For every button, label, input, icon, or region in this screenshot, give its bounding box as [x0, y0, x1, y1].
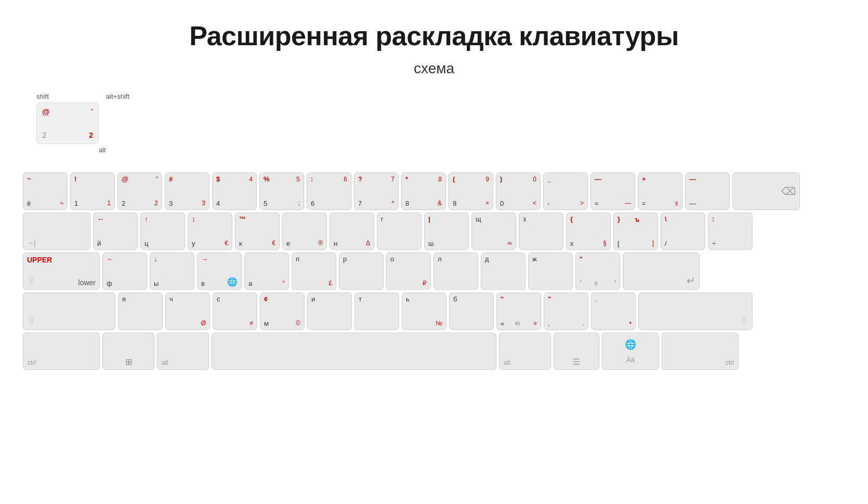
key-shift-right[interactable]: ⇧ — [638, 293, 753, 330]
key-kh[interactable]: { х § — [566, 213, 611, 250]
key-tab[interactable]: →| — [23, 213, 90, 250]
page-title: Расширенная раскладка клавиатуры — [0, 0, 868, 52]
key-win[interactable]: ⊞ — [102, 333, 154, 370]
key-z[interactable]: з — [519, 213, 563, 250]
key-k[interactable]: ™ к € — [235, 213, 280, 250]
key-dash[interactable]: — — — [685, 173, 730, 210]
key-j[interactable]: ↔ й — [93, 213, 138, 250]
legend-shift-label: shift — [36, 92, 49, 100]
row-bottom: ctrl ⊞ alt alt — [23, 333, 845, 370]
key-yu[interactable]: " « ю » — [496, 293, 541, 330]
key-dot[interactable]: " , . — [544, 293, 588, 330]
row-number: ~ ё ≈ ! 1 1 @ — [23, 173, 845, 210]
key-v[interactable]: → в 🌐 — [197, 253, 242, 290]
page-subtitle: схема — [0, 60, 868, 77]
key-equals[interactable]: — = — — [590, 173, 635, 210]
key-space[interactable] — [212, 333, 496, 370]
key-u[interactable]: ↕ у € — [188, 213, 232, 250]
key-5[interactable]: % 5 5 ; — [259, 173, 304, 210]
key-hard[interactable]: } [ ъ ] — [613, 213, 658, 250]
key-sh[interactable]: | ш — [424, 213, 469, 250]
key-m[interactable]: ¢ м © — [260, 293, 305, 330]
key-minus[interactable]: _ - > — [543, 173, 588, 210]
key-alt-right[interactable]: alt — [499, 333, 551, 370]
key-menu[interactable]: ☰ — [554, 333, 599, 370]
legend-labels: shift alt+shift — [31, 92, 177, 100]
key-6[interactable]: : 6 6 — [307, 173, 351, 210]
key-ctrl-right[interactable]: ctrl — [662, 333, 739, 370]
key-p[interactable]: п £ — [292, 253, 336, 290]
key-2[interactable]: @ " 2 2 — [117, 173, 162, 210]
key-backspace[interactable]: ⌫ — [732, 173, 800, 210]
key-ctrl-left[interactable]: ctrl — [23, 333, 100, 370]
key-enter[interactable]: ↵ — [623, 253, 700, 290]
row-zxcv: ⇧ я ч Ø с ≠ — [23, 293, 845, 330]
key-lang[interactable]: 🌐 Áá — [602, 333, 659, 370]
key-1[interactable]: ! 1 1 — [70, 173, 115, 210]
key-alt-left[interactable]: alt — [157, 333, 209, 370]
legend-key-tr: “ — [91, 107, 93, 115]
key-plus[interactable]: + = ± — [638, 173, 682, 210]
key-b[interactable]: б — [449, 293, 494, 330]
legend-altshift-label: alt+shift — [106, 92, 129, 100]
key-a[interactable]: а ° — [244, 253, 289, 290]
key-shift-left[interactable]: ⇧ — [23, 293, 115, 330]
key-shch[interactable]: щ ∞ — [471, 213, 516, 250]
key-o[interactable]: о ₽ — [386, 253, 431, 290]
key-e[interactable]: е ® — [282, 213, 327, 250]
legend-area: shift alt+shift @ “ 2 2 alt — [31, 92, 177, 165]
key-zh[interactable]: ж — [528, 253, 573, 290]
legend-key-tl: @ — [42, 107, 50, 116]
key-r[interactable]: р — [339, 253, 384, 290]
keyboard-wrap: ~ ё ≈ ! 1 1 @ — [0, 170, 868, 390]
key-backslash[interactable]: \ / — [661, 213, 705, 250]
keyboard: ~ ё ≈ ! 1 1 @ — [21, 170, 847, 375]
row-qwerty: →| ↔ й ↑ ц — [23, 213, 845, 250]
key-colon[interactable]: : ÷ — [708, 213, 753, 250]
key-4[interactable]: $ 4 4 — [212, 173, 257, 210]
key-l[interactable]: л — [433, 253, 478, 290]
key-s[interactable]: с ≠ — [213, 293, 257, 330]
key-d[interactable]: д — [481, 253, 525, 290]
legend-key-bl: 2 — [42, 130, 46, 139]
key-caps[interactable]: UPPER ⇪ lower — [23, 253, 100, 290]
legend-key: @ “ 2 2 — [36, 102, 99, 144]
key-7[interactable]: ? 7 7 ^ — [354, 173, 399, 210]
key-f[interactable]: ← ф — [102, 253, 147, 290]
legend-alt-label: alt — [99, 146, 177, 154]
key-y[interactable]: ↓ ы — [150, 253, 194, 290]
row-asdf: UPPER ⇪ lower ← ф — [23, 253, 845, 290]
key-yo[interactable]: ~ ё ≈ — [23, 173, 68, 210]
key-3[interactable]: # 3 3 — [165, 173, 209, 210]
key-bullet[interactable]: . • — [591, 293, 636, 330]
key-t[interactable]: т — [354, 293, 399, 330]
key-soft[interactable]: ь № — [402, 293, 446, 330]
key-i[interactable]: и — [307, 293, 352, 330]
key-0[interactable]: ) 0 0 < — [496, 173, 541, 210]
legend-key-br: 2 — [89, 131, 93, 139]
key-n[interactable]: н Δ — [330, 213, 374, 250]
key-8[interactable]: * 8 8 & — [401, 173, 446, 210]
key-ch[interactable]: ч Ø — [165, 293, 210, 330]
key-g[interactable]: г — [377, 213, 422, 250]
key-9[interactable]: ( 9 9 × — [449, 173, 493, 210]
key-ya[interactable]: я — [118, 293, 163, 330]
key-c[interactable]: ↑ ц — [140, 213, 185, 250]
key-ae[interactable]: " ` э ' — [575, 253, 620, 290]
